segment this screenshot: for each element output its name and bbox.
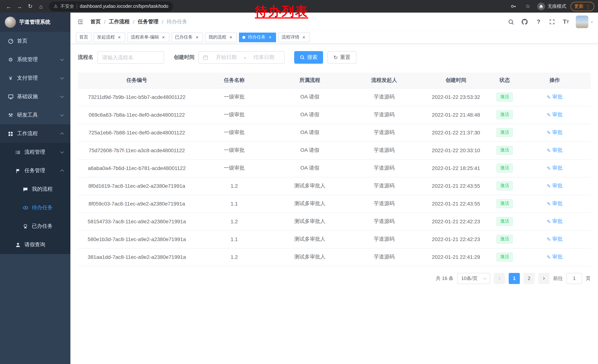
approve-link[interactable]: ✎ 审批 [547,254,563,260]
sidebar-item-workflow[interactable]: 工作流程 [0,124,70,143]
approve-link[interactable]: ✎ 审批 [547,94,563,100]
page-button-2[interactable]: 2 [523,273,535,284]
cell-created: 2022-01-22 23:53:32 [422,88,491,106]
search-icon[interactable] [505,16,517,28]
status-badge: 激活 [497,181,513,190]
page-size-select[interactable]: 10条/页 [457,273,490,284]
cell-task-id: 58154733-7ac8-11ec-a9e2-a2380e71991a [78,212,196,230]
tag-todo-tasks[interactable]: 待办任务 × [239,32,276,42]
not-secure-warning-icon: ⚠ [54,4,58,9]
tags-view-bar: 首页 发起流程 × 流程表单-编辑 × 已办任务 × 我的流程 × [70,31,598,44]
forward-button[interactable]: → [15,1,25,11]
tag-process-detail[interactable]: 流程详情 × [278,32,310,42]
edit-icon: ✎ [547,201,551,206]
home-button[interactable]: ⌂ [36,1,46,11]
sidebar-item-system[interactable]: ⚙ 系统管理 [0,50,70,69]
browser-menu-icon[interactable]: ⋮ [586,4,590,9]
address-bar[interactable]: ⚠ 不安全 dashboard.yudao.iocoder.cn/bpm/tas… [49,1,173,11]
cell-initiator: 芋道源码 [347,159,421,177]
cell-task-name: 一级审批 [196,159,273,177]
bookmark-star-icon[interactable]: ☆ [523,1,533,11]
tag-home[interactable]: 首页 [76,32,91,42]
cell-actions: ✎ 审批 [519,212,590,230]
goto-page-input[interactable] [566,273,582,284]
tag-close-icon[interactable]: × [228,35,233,40]
tag-close-icon[interactable]: × [117,35,122,40]
password-key-icon[interactable] [508,1,518,11]
user-avatar[interactable] [576,16,588,28]
cell-task-name: 1.1 [196,195,273,212]
sidebar-item-label: 研发工具 [17,112,38,119]
cell-task-id: 73211d9d-7b9b-11ec-b5b7-acde48001122 [78,88,196,106]
cell-created: 2022-01-22 21:37:30 [422,124,491,141]
breadcrumb-home[interactable]: 首页 [91,18,101,25]
github-icon[interactable] [519,16,531,28]
breadcrumb-task-management[interactable]: 任务管理 [138,18,158,25]
tag-my-processes[interactable]: 我的流程 × [205,32,237,42]
sidebar-item-label: 请假查询 [25,242,45,248]
tag-close-icon[interactable]: × [267,35,273,40]
tag-form-edit[interactable]: 流程表单-编辑 × [127,32,169,42]
browser-right-controls: ☆ 无痕模式 更新 ⋮ [508,1,594,11]
process-name-input[interactable] [98,51,164,64]
tag-start-process[interactable]: 发起流程 × [94,32,125,42]
tag-close-icon[interactable]: × [161,35,166,40]
reset-button[interactable]: ↻ 重置 [328,51,356,64]
approve-link[interactable]: ✎ 审批 [547,183,563,189]
page-button-1[interactable]: 1 [509,273,520,284]
update-label: 更新 [574,3,583,9]
sidebar-item-label: 工作流程 [17,130,38,137]
search-button[interactable]: 搜索 [294,51,323,64]
sidebar-toggle-icon[interactable] [70,13,91,31]
fullscreen-icon[interactable] [546,16,558,28]
breadcrumb-separator: / [162,19,163,25]
reload-button[interactable]: ↻ [25,1,35,11]
sidebar-item-process-management[interactable]: 流程管理 [0,143,70,162]
sidebar-item-leave-query[interactable]: 请假查询 [0,235,70,254]
sidebar-item-payment[interactable]: ¥ 支付管理 [0,69,70,87]
tag-label: 待办任务 [248,34,266,40]
approve-link[interactable]: ✎ 审批 [547,165,563,171]
eye-icon [22,205,29,211]
sidebar-item-todo-tasks[interactable]: 待办任务 [0,198,70,217]
edit-icon: ✎ [547,130,551,135]
tag-done-tasks[interactable]: 已办任务 × [172,32,203,42]
address-divider [77,4,77,9]
edit-icon: ✎ [547,112,551,117]
docs-question-icon[interactable]: ? [532,16,545,28]
update-button[interactable]: 更新 ⋮ [571,2,594,11]
sidebar-item-task-management[interactable]: 任务管理 [0,162,70,180]
sidebar-item-my-processes[interactable]: 我的流程 [0,180,70,198]
page-size-value: 10条/页 [461,275,478,282]
tag-label: 我的流程 [208,34,226,40]
breadcrumb-workflow[interactable]: 工作流程 [109,18,130,25]
next-page-button[interactable]: › [538,273,549,284]
cell-created: 2022-01-21 22:42:23 [422,212,491,230]
cell-created: 2022-01-21 22:42:23 [422,230,491,248]
approve-link[interactable]: ✎ 审批 [547,236,563,243]
back-button[interactable]: ← [4,1,14,11]
tag-close-icon[interactable]: × [301,35,307,40]
tag-close-icon[interactable]: × [194,35,200,40]
approve-link[interactable]: ✎ 审批 [547,218,563,225]
approve-link[interactable]: ✎ 审批 [547,147,563,154]
prev-page-button[interactable]: ‹ [494,273,505,284]
font-size-icon[interactable]: TT [560,16,572,28]
date-range-picker[interactable]: 开始日期 - 结束日期 [199,51,284,64]
sidebar-item-devtools[interactable]: ⚒ 研发工具 [0,106,70,124]
total-count: 共 16 条 [436,275,453,282]
sidebar-item-home[interactable]: 首页 [0,32,70,50]
approve-link[interactable]: ✎ 审批 [547,200,563,207]
avatar-caret-icon[interactable]: ▾ [591,20,593,24]
cell-initiator: 芋道源码 [347,106,421,124]
approve-link[interactable]: ✎ 审批 [547,112,563,118]
cell-created: 2022-01-21 22:41:29 [422,248,491,266]
table-row: 73211d9d-7b9b-11ec-b5b7-acde48001122 一级审… [78,88,590,106]
sidebar-item-done-tasks[interactable]: 已办任务 [0,217,70,235]
approve-link[interactable]: ✎ 审批 [547,129,563,136]
status-badge: 激活 [497,128,513,137]
create-time-label: 创建时间 [174,54,194,61]
cell-actions: ✎ 审批 [519,106,590,124]
sidebar-item-infrastructure[interactable]: 基础设施 [0,87,70,106]
chevron-down-icon [60,94,64,98]
